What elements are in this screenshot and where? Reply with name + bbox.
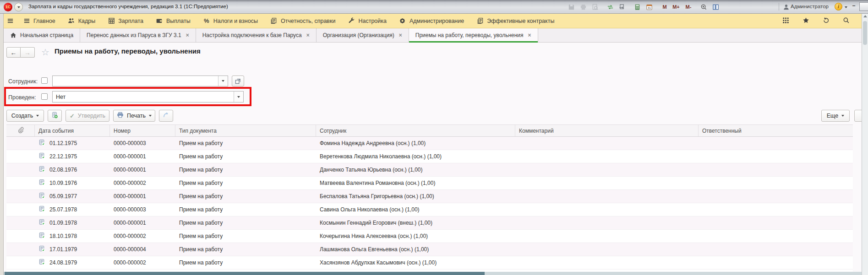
horizontal-scrollbar-thumb[interactable] (5, 272, 485, 275)
employee-filter-checkbox[interactable] (41, 77, 48, 84)
table-row[interactable]: 05.09.19770000-000001Прием на работуБесп… (6, 190, 853, 203)
history-icon[interactable] (823, 17, 830, 25)
employee-filter-combobox[interactable] (52, 75, 228, 86)
tab-4[interactable]: Организация (Организация)× (317, 28, 409, 42)
post-document-button[interactable] (159, 110, 173, 122)
system-menu-button[interactable] (14, 3, 23, 11)
calendar-icon[interactable]: 31 (644, 2, 654, 11)
memory-m-minus-button[interactable]: М- (684, 2, 693, 11)
create-button[interactable]: Создать (6, 110, 44, 122)
responsible-cell (699, 256, 853, 269)
vertical-scrollbar[interactable] (862, 14, 868, 275)
column-header-comment[interactable]: Комментарий (515, 125, 699, 136)
vertical-scrollbar-thumb[interactable] (863, 21, 867, 45)
employee-filter-label: Сотрудник: (8, 78, 38, 85)
table-row[interactable]: 22.12.19750000-000001Прием на работуВере… (6, 150, 853, 163)
nav-back-button[interactable]: ← (6, 47, 21, 58)
menu-item-8[interactable]: Администрирование (399, 17, 464, 25)
more-button[interactable]: Еще (821, 110, 850, 122)
split-view-icon[interactable] (711, 2, 720, 11)
date-cell: 02.08.1976 (35, 163, 110, 176)
open-form-icon (235, 78, 241, 84)
scroll-up-arrow-icon[interactable] (863, 15, 867, 17)
employee-open-form-button[interactable] (232, 75, 244, 86)
menu-item-5[interactable]: %Налоги и взносы (203, 17, 258, 25)
window-minimize-button[interactable]: – (850, 2, 857, 11)
table-row[interactable]: 01.12.19750000-000003Прием на работуФоми… (6, 137, 853, 150)
doc-type-cell: Прием на работу (175, 150, 316, 163)
table-row[interactable]: 25.07.19780000-000003Прием на работуСави… (6, 203, 853, 216)
column-header-date[interactable]: Дата события (35, 125, 110, 136)
hamburger-menu-button[interactable] (6, 17, 14, 25)
memory-m-plus-button[interactable]: М+ (671, 2, 681, 11)
menu-item-2[interactable]: Кадры (68, 17, 95, 25)
tab-1[interactable]: Начальная страница (4, 28, 80, 42)
comment-cell (515, 163, 699, 176)
info-dropdown-caret-icon[interactable] (845, 6, 847, 8)
menu-item-3[interactable]: Зарплата (108, 17, 143, 25)
horizontal-scrollbar[interactable] (4, 272, 862, 275)
tab-label: Организация (Организация) (323, 32, 394, 38)
memory-m-button[interactable]: М (660, 2, 669, 11)
table-row[interactable]: 02.08.19760000-000001Прием на работуДанч… (6, 163, 853, 177)
print-icon[interactable] (579, 2, 588, 11)
calculator-icon[interactable] (633, 2, 642, 11)
comment-cell (515, 230, 699, 243)
doc-type-cell: Прием на работу (175, 243, 316, 256)
menu-item-6[interactable]: Отчетность, справки (270, 17, 336, 25)
info-button[interactable]: i (835, 3, 842, 11)
app-logo-1c-icon: 1С (4, 3, 12, 11)
employee-cell: Матвеева Валентина Романовна (осн.) (1,0… (316, 177, 515, 189)
tab-close-icon[interactable]: × (186, 32, 189, 38)
column-header-employee[interactable]: Сотрудник (316, 125, 515, 136)
table-row[interactable]: 24.08.19790000-000002Прием на работуХася… (6, 256, 853, 270)
export-icon[interactable] (617, 2, 627, 11)
table-row[interactable]: 01.09.19780000-000001Прием на работуКосм… (6, 216, 853, 230)
zoom-icon[interactable] (699, 2, 708, 11)
employee-filter-dropdown-button[interactable] (218, 76, 228, 86)
doc-type-cell: Прием на работу (175, 190, 316, 203)
print-button[interactable]: Печать (113, 110, 155, 122)
column-header-responsible[interactable]: Ответственный (699, 125, 853, 136)
number-cell: 0000-000001 (110, 150, 175, 163)
print-preview-icon[interactable] (590, 2, 600, 11)
window-maximize-button[interactable] (859, 2, 868, 11)
menu-item-7[interactable]: Настройка (348, 17, 387, 25)
tab-close-icon[interactable]: × (306, 32, 310, 38)
attachments-column-header[interactable] (6, 125, 35, 136)
menu-item-4[interactable]: Выплаты (156, 17, 191, 25)
tab-2[interactable]: Перенос данных из Паруса в ЗГУ 3.1× (80, 28, 196, 42)
event-date: 01.12.1975 (49, 140, 77, 146)
save-icon[interactable] (567, 2, 576, 11)
event-date: 01.09.1978 (49, 220, 77, 226)
tab-5[interactable]: Приемы на работу, переводы, увольнения× (409, 28, 538, 42)
menu-item-1[interactable]: Главное (23, 17, 55, 25)
search-icon[interactable] (843, 17, 851, 25)
favorites-star-icon[interactable] (802, 17, 810, 25)
responsible-cell (699, 177, 853, 189)
table-row[interactable]: 17.01.19790000-000004Прием на работуЛашм… (6, 243, 853, 256)
tab-3[interactable]: Настройка подключения к базе Паруса× (196, 28, 317, 42)
menu-item-9[interactable]: Эффективные контракты (476, 17, 554, 25)
table-row[interactable]: 18.10.19780000-000002Прием на работуКоче… (6, 230, 853, 243)
column-header-doc-type[interactable]: Тип документа (175, 125, 316, 136)
employee-cell: Беспалова Татьяна Григорьевна (осн.) (1,… (316, 190, 515, 203)
menu-item-label: Главное (33, 18, 55, 24)
add-to-favorites-star-icon[interactable]: ☆ (41, 47, 49, 58)
responsible-cell (699, 150, 853, 163)
posted-document-icon (38, 166, 45, 174)
date-cell: 24.08.1979 (35, 256, 110, 269)
tab-close-icon[interactable]: × (399, 32, 402, 38)
responsible-cell (699, 203, 853, 216)
tab-label: Настройка подключения к базе Паруса (202, 32, 302, 38)
tab-close-icon[interactable]: × (528, 32, 531, 38)
column-header-number[interactable]: Номер (110, 125, 175, 136)
create-by-copy-button[interactable] (48, 110, 62, 122)
nav-forward-button[interactable]: → (21, 47, 35, 58)
table-row[interactable]: 10.09.19760000-000002Прием на работуМатв… (6, 177, 853, 190)
date-cell: 25.07.1978 (35, 203, 110, 216)
apps-grid-icon[interactable] (782, 17, 790, 25)
posted-document-icon (38, 259, 45, 267)
sync-icon[interactable] (606, 2, 615, 11)
approve-button[interactable]: ✓Утвердить (66, 110, 109, 122)
